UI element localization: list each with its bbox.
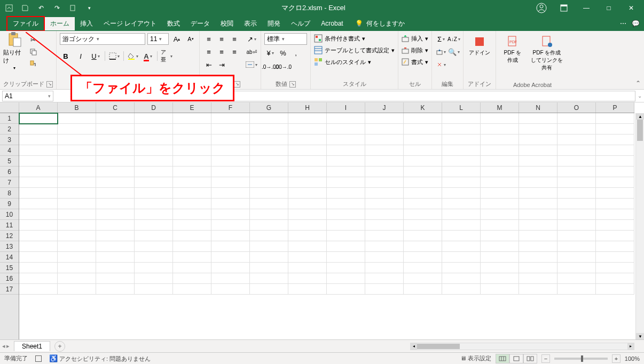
copy-icon[interactable]	[28, 47, 38, 57]
vertical-scrollbar[interactable]: ▲ ▼	[635, 113, 644, 339]
cell[interactable]	[135, 241, 173, 252]
tab-developer[interactable]: 開発	[262, 17, 286, 30]
cell[interactable]	[327, 124, 365, 134]
cell[interactable]	[58, 220, 96, 231]
account-icon[interactable]	[531, 0, 552, 16]
cell[interactable]	[19, 284, 58, 295]
cell[interactable]	[519, 113, 557, 124]
cell[interactable]	[442, 199, 481, 209]
cell[interactable]	[481, 124, 519, 134]
cell[interactable]	[519, 177, 557, 188]
cell[interactable]	[557, 124, 596, 134]
cell[interactable]	[173, 273, 211, 284]
sheet-nav-prev[interactable]: ▸	[6, 343, 10, 350]
cell[interactable]	[250, 124, 288, 134]
column-header[interactable]: O	[557, 102, 596, 113]
cell[interactable]	[58, 145, 96, 156]
cell[interactable]	[135, 209, 173, 220]
cell[interactable]	[596, 145, 634, 156]
column-header[interactable]: K	[404, 102, 442, 113]
redo-icon[interactable]: ↷	[50, 1, 64, 15]
align-bottom-icon[interactable]: ≡	[229, 33, 240, 45]
cell[interactable]	[481, 252, 519, 263]
delete-cells-button[interactable]: 削除 ▾	[402, 45, 428, 56]
cell[interactable]	[557, 188, 596, 199]
cell[interactable]	[96, 284, 135, 295]
enter-formula-icon[interactable]: ✓	[77, 92, 82, 99]
cell[interactable]	[96, 113, 135, 124]
cell[interactable]	[442, 134, 481, 145]
row-header[interactable]: 15	[0, 263, 19, 273]
cell[interactable]	[173, 252, 211, 263]
cell[interactable]	[404, 231, 442, 241]
cell[interactable]	[557, 177, 596, 188]
cell[interactable]	[404, 209, 442, 220]
cell[interactable]	[58, 284, 96, 295]
phonetic-button[interactable]: ア亜	[161, 50, 172, 62]
select-all-corner[interactable]	[0, 102, 19, 113]
orientation-icon[interactable]: ↗	[246, 33, 257, 45]
cell[interactable]	[19, 177, 58, 188]
cell[interactable]	[404, 167, 442, 177]
cell[interactable]	[557, 199, 596, 209]
cell[interactable]	[288, 167, 327, 177]
row-header[interactable]: 12	[0, 231, 19, 241]
cell[interactable]	[288, 188, 327, 199]
row-header[interactable]: 17	[0, 284, 19, 295]
tab-data[interactable]: データ	[185, 17, 215, 30]
cell[interactable]	[288, 134, 327, 145]
cell[interactable]	[96, 156, 135, 167]
autosave-icon[interactable]	[2, 1, 16, 15]
cell[interactable]	[173, 188, 211, 199]
page-break-view-button[interactable]	[523, 354, 537, 363]
column-header[interactable]: D	[135, 102, 173, 113]
zoom-in-button[interactable]: +	[612, 354, 621, 363]
cell[interactable]	[250, 134, 288, 145]
scroll-up-button[interactable]: ▲	[636, 113, 644, 120]
tab-formulas[interactable]: 数式	[162, 17, 185, 30]
cell[interactable]	[404, 134, 442, 145]
cell[interactable]	[250, 220, 288, 231]
cell[interactable]	[211, 177, 250, 188]
cell[interactable]	[404, 188, 442, 199]
cell[interactable]	[596, 113, 634, 124]
cell[interactable]	[557, 252, 596, 263]
wrap-text-button[interactable]: ab⏎	[246, 46, 257, 58]
cell[interactable]	[442, 220, 481, 231]
cell[interactable]	[211, 124, 250, 134]
cell[interactable]	[519, 241, 557, 252]
hscroll-thumb[interactable]	[417, 344, 460, 349]
cell[interactable]	[250, 177, 288, 188]
cell[interactable]	[250, 231, 288, 241]
column-header[interactable]: P	[596, 102, 634, 113]
scroll-down-button[interactable]: ▼	[636, 333, 644, 339]
cell[interactable]	[135, 177, 173, 188]
cell[interactable]	[404, 156, 442, 167]
cell[interactable]	[404, 199, 442, 209]
column-header[interactable]: B	[58, 102, 96, 113]
column-header[interactable]: N	[519, 102, 557, 113]
qat-dropdown-icon[interactable]: ▾	[82, 1, 96, 15]
cell[interactable]	[250, 284, 288, 295]
zoom-slider[interactable]	[554, 358, 608, 360]
cell[interactable]	[288, 124, 327, 134]
cell[interactable]	[404, 263, 442, 273]
cell[interactable]	[288, 113, 327, 124]
cell[interactable]	[404, 252, 442, 263]
tab-help[interactable]: ヘルプ	[286, 17, 316, 30]
cell[interactable]	[481, 263, 519, 273]
cell[interactable]	[173, 145, 211, 156]
cell[interactable]	[519, 252, 557, 263]
cell[interactable]	[327, 241, 365, 252]
column-header[interactable]: A	[19, 102, 58, 113]
cell[interactable]	[557, 273, 596, 284]
cell[interactable]	[211, 199, 250, 209]
row-header[interactable]: 14	[0, 252, 19, 263]
row-header[interactable]: 4	[0, 145, 19, 156]
cell[interactable]	[519, 273, 557, 284]
cell[interactable]	[519, 209, 557, 220]
cell[interactable]	[519, 145, 557, 156]
cell[interactable]	[327, 156, 365, 167]
percent-format-icon[interactable]: %	[277, 47, 289, 59]
cell[interactable]	[173, 220, 211, 231]
